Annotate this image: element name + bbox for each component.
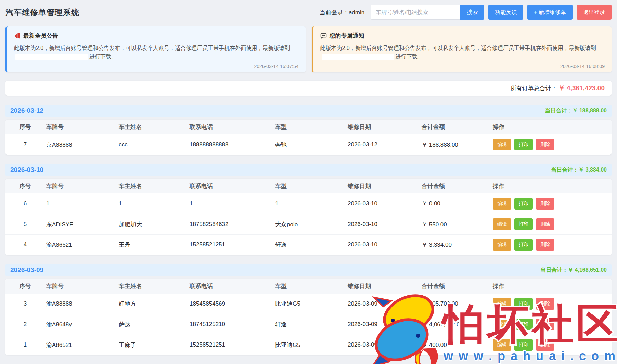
- print-button[interactable]: 打印: [514, 139, 533, 150]
- login-label: 当前登录：: [320, 9, 349, 16]
- cell-owner: 王丹: [117, 234, 188, 255]
- cell-index: 2: [5, 314, 45, 335]
- column-header: 序号: [5, 279, 45, 294]
- day-date: 2026-03-12: [10, 107, 43, 114]
- day-date: 2026-03-09: [10, 266, 43, 274]
- cell-index: 7: [5, 134, 45, 155]
- table-row: 611112026-03-10￥ 0.00编辑打印删除: [5, 193, 612, 214]
- column-header: 联系电话: [188, 279, 274, 294]
- column-header: 合计金额: [420, 179, 491, 193]
- delete-button[interactable]: 删除: [536, 239, 554, 251]
- day-section: 2026-03-09 当日合计：￥ 4,168,651.00 序号车牌号车主姓名…: [5, 264, 612, 355]
- column-header: 序号: [5, 120, 45, 134]
- top-controls: 当前登录：admin 搜索 功能反馈 + 新增维修单 退出登录: [320, 5, 612, 20]
- column-header: 维修日期: [346, 279, 420, 294]
- cell-owner: 萨达: [117, 314, 188, 335]
- cell-plate: 东ADISYF: [45, 214, 117, 234]
- cell-phone: 187582584632: [188, 214, 274, 234]
- search-group: 搜索: [371, 5, 484, 20]
- search-button[interactable]: 搜索: [460, 5, 484, 20]
- day-total: 当日合计：￥ 188,888.00: [545, 107, 607, 114]
- cell-amount: ￥ 105,709.00: [420, 294, 491, 314]
- column-header: 车型: [274, 279, 346, 294]
- personal-notice-card: 您的专属通知 此版本为2.0，新增后台账号管理和公告发布，可以私发个人账号，适合…: [312, 26, 612, 72]
- edit-button[interactable]: 编辑: [493, 218, 511, 230]
- day-section: 2026-03-10 当日合计：￥ 3,884.00 序号车牌号车主姓名联系电话…: [5, 164, 612, 255]
- cell-date: 2026-03-10: [346, 234, 420, 255]
- edit-button[interactable]: 编辑: [493, 298, 511, 310]
- announcement-text-after: 进行下载。: [89, 54, 117, 59]
- edit-button[interactable]: 编辑: [493, 198, 511, 210]
- table-row: 4渝A86521王丹15258521251轩逸2026-03-10￥ 3,334…: [5, 234, 612, 255]
- delete-button[interactable]: 删除: [536, 319, 554, 330]
- cell-model: 比亚迪G5: [274, 335, 346, 355]
- cell-date: 2026-03-09: [346, 294, 420, 314]
- print-button[interactable]: 打印: [514, 198, 533, 210]
- cell-date: 2026-03-12: [346, 134, 420, 155]
- personal-notice-text-after: 进行下载。: [396, 54, 423, 59]
- cell-phone: 18545854569: [188, 294, 274, 314]
- search-input[interactable]: [371, 5, 460, 20]
- cell-phone: 15258521251: [188, 335, 274, 355]
- cell-phone: 18745125210: [188, 314, 274, 335]
- column-header: 车牌号: [45, 179, 117, 193]
- current-login: 当前登录：admin: [320, 9, 364, 16]
- column-header: 操作: [491, 279, 612, 294]
- print-button[interactable]: 打印: [514, 298, 533, 310]
- personal-notice-timestamp: 2026-03-14 16:08:09: [320, 64, 605, 69]
- username: admin: [349, 9, 364, 16]
- column-header: 车主姓名: [117, 279, 188, 294]
- feedback-button[interactable]: 功能反馈: [488, 5, 523, 20]
- print-button[interactable]: 打印: [514, 319, 533, 330]
- cell-plate: 1: [45, 193, 117, 214]
- delete-button[interactable]: 删除: [536, 139, 554, 150]
- delete-button[interactable]: 删除: [536, 218, 554, 230]
- orders-table: 序号车牌号车主姓名联系电话车型维修日期合计金额操作 611112026-03-1…: [5, 179, 612, 255]
- column-header: 操作: [491, 120, 612, 134]
- orders-total-amount: ￥ 4,361,423.00: [558, 84, 605, 93]
- day-strip: 2026-03-10 当日合计：￥ 3,884.00: [5, 164, 612, 176]
- cell-owner: 王麻子: [117, 335, 188, 355]
- edit-button[interactable]: 编辑: [493, 319, 511, 330]
- top-bar: 汽车维修单管理系统 当前登录：admin 搜索 功能反馈 + 新增维修单 退出登…: [5, 0, 612, 25]
- delete-button[interactable]: 删除: [536, 198, 554, 210]
- orders-total-bar: 所有订单总合计： ￥ 4,361,423.00: [5, 81, 612, 96]
- personal-notice-text: 此版本为2.0，新增后台账号管理和公告发布，可以私发个人账号，适合修理厂员工带手…: [320, 45, 596, 51]
- print-button[interactable]: 打印: [514, 239, 533, 251]
- day-total: 当日合计：￥ 3,884.00: [551, 166, 607, 174]
- column-header: 合计金额: [420, 120, 491, 134]
- column-header: 车牌号: [45, 120, 117, 134]
- edit-button[interactable]: 编辑: [493, 239, 511, 251]
- cell-model: 大众polo: [274, 214, 346, 234]
- announcement-card: 最新全员公告 此版本为2.0，新增后台账号管理和公告发布，可以私发个人账号，适合…: [5, 26, 306, 72]
- logout-button[interactable]: 退出登录: [577, 5, 612, 20]
- day-strip: 2026-03-09 当日合计：￥ 4,168,651.00: [5, 264, 612, 276]
- cell-phone: 188888888888: [188, 134, 274, 155]
- cell-date: 2026-03-10: [346, 193, 420, 214]
- cell-index: 3: [5, 294, 45, 314]
- speech-bubble-icon: [320, 32, 327, 39]
- cell-plate: 京A88888: [45, 134, 117, 155]
- column-header: 操作: [491, 179, 612, 193]
- edit-button[interactable]: 编辑: [493, 339, 511, 351]
- print-button[interactable]: 打印: [514, 218, 533, 230]
- cell-actions: 编辑打印删除: [491, 193, 612, 214]
- column-header: 序号: [5, 179, 45, 193]
- delete-button[interactable]: 删除: [536, 339, 554, 351]
- add-repair-order-button[interactable]: + 新增维修单: [527, 5, 573, 20]
- megaphone-icon: [14, 32, 21, 39]
- print-button[interactable]: 打印: [514, 339, 533, 351]
- column-header: 车主姓名: [117, 120, 188, 134]
- table-row: 5东ADISYF加肥加大187582584632大众polo2026-03-10…: [5, 214, 612, 234]
- edit-button[interactable]: 编辑: [493, 139, 511, 150]
- cell-index: 1: [5, 335, 45, 355]
- cell-owner: 加肥加大: [117, 214, 188, 234]
- cell-amount: ￥ 4,062,542.00: [420, 314, 491, 335]
- announcement-timestamp: 2026-03-14 16:07:54: [14, 64, 299, 69]
- cell-plate: 渝A8648y: [45, 314, 117, 335]
- column-header: 联系电话: [188, 179, 274, 193]
- cell-phone: 15258521251: [188, 234, 274, 255]
- page: 汽车维修单管理系统 当前登录：admin 搜索 功能反馈 + 新增维修单 退出登…: [0, 0, 617, 364]
- column-header: 合计金额: [420, 279, 491, 294]
- delete-button[interactable]: 删除: [536, 298, 554, 310]
